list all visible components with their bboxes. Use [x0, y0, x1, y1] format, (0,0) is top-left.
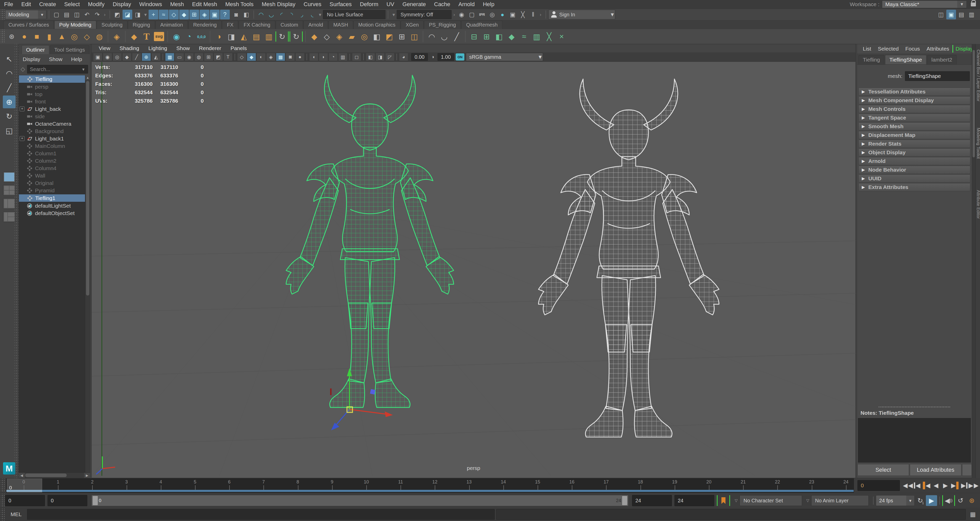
extrude-icon[interactable]: ◆ [309, 30, 320, 43]
step-forward-frame-button[interactable]: ▶ [960, 480, 969, 491]
menu-edit-mesh[interactable]: Edit Mesh [188, 1, 221, 8]
mesh-name-field[interactable]: TieflingShape [905, 71, 970, 81]
snap-to-view-plane-icon[interactable]: ⊞ [189, 10, 199, 19]
ae-section-uuid[interactable]: ▶UUID [859, 174, 970, 183]
ae-menu-selected[interactable]: Selected [875, 46, 902, 52]
fps-select[interactable]: 24 fps ▼ [876, 495, 915, 506]
playback-end-field[interactable]: 24 [632, 495, 672, 506]
vp-safe-action-icon[interactable]: ◩ [214, 53, 223, 61]
vp-film-gate-icon[interactable]: ▭ [175, 53, 184, 61]
poly-cone-icon[interactable]: ▲ [56, 30, 68, 43]
vp-safe-title-icon[interactable]: T [223, 53, 232, 61]
shelf-tab-animation[interactable]: Animation [156, 21, 188, 29]
select-component-icon[interactable]: ◨ [133, 10, 142, 19]
chevron-down-icon[interactable]: ▼ [610, 12, 615, 18]
select-button[interactable]: Select [858, 464, 909, 476]
command-input[interactable] [27, 509, 495, 520]
side-tab-channel-box-layer-editor[interactable]: Channel Box / Layer Editor [976, 49, 980, 101]
menu-modify[interactable]: Modify [84, 1, 109, 8]
outliner-item-tiefling[interactable]: Tiefling [19, 75, 90, 83]
ae-section-tangent-space[interactable]: ▶Tangent Space [859, 114, 970, 122]
vp-2d-pan-zoom-icon[interactable]: ⊕ [142, 53, 151, 61]
viewport-menu-shading[interactable]: Shading [116, 45, 143, 51]
vp-outliner-split-icon[interactable]: ◸ [385, 53, 395, 61]
chevron-down-icon[interactable]: ▼ [957, 1, 966, 8]
poly-disc-icon[interactable]: ◍ [94, 30, 105, 43]
outliner-item-light-back[interactable]: +Light_back [19, 105, 90, 113]
sculpt-star-icon[interactable]: ◆ [128, 30, 140, 43]
expand-arrow-icon[interactable]: › [104, 12, 105, 18]
highlight-selection-mode-icon[interactable]: ◧ [242, 10, 251, 19]
menu-help[interactable]: Help [479, 1, 498, 8]
poly-cube-icon[interactable]: ■ [31, 30, 43, 43]
select-hierarchy-icon[interactable]: ◩ [112, 10, 122, 19]
ae-section-mesh-controls[interactable]: ▶Mesh Controls [859, 105, 970, 113]
viewport-menu-show[interactable]: Show [173, 45, 194, 51]
ae-section-render-stats[interactable]: ▶Render Stats [859, 140, 970, 148]
vp-exposure-panel-icon[interactable]: ▥ [338, 53, 347, 61]
toggle-channel-box-icon[interactable]: ▥ [967, 10, 977, 19]
outliner-item-column1[interactable]: Column1 [19, 150, 90, 157]
menu-mesh[interactable]: Mesh [166, 1, 188, 8]
shelf-tab-ps-rigging[interactable]: PS_Rigging [424, 21, 461, 29]
notes-textarea[interactable] [858, 418, 971, 462]
surface-precision-icon[interactable]: ◞ [297, 10, 307, 19]
ae-section-object-display[interactable]: ▶Object Display [859, 148, 970, 156]
vp-field-chart-icon[interactable]: ⊞ [204, 53, 213, 61]
svg-tool-icon[interactable]: svg [153, 30, 165, 43]
drag-grip[interactable] [0, 479, 5, 492]
tiefling-wireframe-front[interactable] [286, 75, 453, 408]
menu-select[interactable]: Select [60, 1, 84, 8]
render-current-frame-icon[interactable]: ▢ [467, 10, 477, 19]
snap-to-projected-center-icon[interactable]: ◆ [179, 10, 189, 19]
paint-select-tool-icon[interactable]: ╱ [3, 81, 16, 94]
outliner-menu-help[interactable]: Help [71, 56, 82, 62]
side-tab-modeling-toolkit[interactable]: Modeling Toolkit [976, 128, 980, 159]
outliner-item-defaultobjectset[interactable]: defaultObjectSet [19, 209, 90, 217]
vp-textured-icon[interactable]: ◐ [256, 53, 266, 61]
menu-set-select[interactable]: Modeling ▼ [5, 10, 46, 19]
attribute-editor-scrollbar[interactable] [972, 44, 975, 478]
output-operations-icon[interactable]: ◡ [267, 10, 276, 19]
snap-to-point-icon[interactable]: ◇ [169, 10, 179, 19]
filter-icon[interactable]: ◇ [21, 66, 25, 73]
platonic-solid-icon[interactable]: ◈ [111, 30, 123, 43]
outliner-item-original[interactable]: Original [19, 179, 90, 187]
uv-reduce-icon[interactable]: ⊟ [468, 30, 480, 43]
target-weld-icon[interactable]: ◩ [383, 30, 395, 43]
ae-menu-display[interactable]: Display [953, 45, 972, 53]
time-editor-icon[interactable]: ◔ [183, 30, 195, 43]
outliner-item-column4[interactable]: Column4 [19, 164, 90, 172]
outliner-item-maincolumn[interactable]: MainColumn [19, 142, 90, 150]
menu-deform[interactable]: Deform [356, 1, 382, 8]
scroll-right-icon[interactable]: ▶ [84, 473, 90, 478]
undo-icon[interactable]: ↶ [82, 10, 92, 19]
outliner-horizontal-scrollbar[interactable]: ◀ ▶ [19, 472, 90, 478]
bevel-icon[interactable]: ◇ [321, 30, 332, 43]
uv-spread-icon[interactable]: ╳ [543, 30, 555, 43]
curve-bend-icon[interactable]: ◡ [438, 30, 450, 43]
ae-menu-list[interactable]: List [859, 46, 875, 52]
panel-drag-grip[interactable] [14, 44, 18, 478]
toggle-attribute-editor-icon[interactable]: ▣ [946, 10, 956, 19]
snap-help-icon[interactable]: ? [220, 10, 230, 19]
construction-history-icon[interactable]: ◜ [277, 10, 286, 19]
outliner-vertical-scrollbar[interactable]: ▲ [85, 75, 90, 472]
scrollbar-thumb[interactable] [86, 81, 89, 295]
vp-image-plane-icon[interactable]: ╱ [132, 53, 141, 61]
zero-transforms-icon[interactable]: 0,0,0 [196, 30, 207, 43]
step-back-frame-button[interactable]: ◀ [913, 480, 921, 491]
history-toggle-icon[interactable]: ◟ [307, 10, 317, 19]
bridge-icon[interactable]: ◈ [333, 30, 345, 43]
chevron-down-icon[interactable]: ▼ [81, 67, 85, 72]
outliner-item-side[interactable]: side [19, 113, 90, 120]
symmetry-field[interactable]: Symmetry: Off [397, 10, 452, 19]
rotate-tool-icon[interactable]: ↻ [3, 110, 16, 123]
go-to-start-button[interactable]: ◀◀ [904, 480, 912, 491]
uv-cleanup-icon[interactable]: ◧ [493, 30, 505, 43]
outliner-search-input[interactable]: Search... ▼ [27, 65, 88, 73]
vp-layout-single-icon[interactable]: ◧ [366, 53, 375, 61]
vp-shaded-icon[interactable]: ◆ [247, 53, 256, 61]
outliner-item-background[interactable]: Background [19, 127, 90, 135]
ae-tab-tieflingshape[interactable]: TieflingShape [885, 55, 926, 64]
